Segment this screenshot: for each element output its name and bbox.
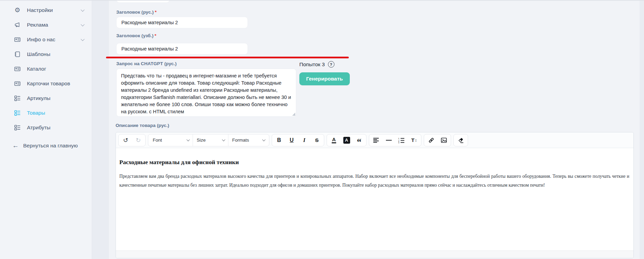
blockquote-button[interactable]: “ [353,135,365,146]
ordered-list-icon: 1 2 3 [398,137,405,143]
generate-button[interactable]: Генерировать [299,72,350,85]
toolbar-group-paragraph: 1 2 3 T↕ [369,134,421,146]
align-left-button[interactable] [370,135,383,146]
title-uz-input[interactable] [116,43,248,55]
horizontal-rule-button[interactable] [383,135,395,146]
size-select[interactable]: Size [193,134,228,146]
line-height-button[interactable]: T↕ [408,135,420,146]
chevron-down-icon [186,138,190,141]
attempts-counter: Попыток 3 ? [299,61,334,68]
chevron-down-icon [81,37,85,41]
blockquote-icon: “ [357,136,362,144]
chevron-down-icon [262,138,266,141]
description-label: Описание товара (рус.) [116,123,169,128]
link-button[interactable] [425,135,437,146]
align-left-icon [373,138,379,143]
svg-text:1: 1 [398,138,400,140]
sidebar-nav: ⚙ Настройки Реклама [0,0,92,135]
gear-icon: ⚙ [14,7,21,14]
required-asterisk: * [154,33,156,38]
toolbar-group-basic: B U I S [272,134,324,146]
sidebar-item-label: Инфо о нас [27,37,55,43]
background-color-icon: A [343,137,350,144]
italic-button[interactable]: I [298,135,311,146]
sidebar-item-label: Карточки товаров [27,81,70,87]
sidebar-item-catalog[interactable]: Каталог [0,61,92,76]
back-link-label: Вернуться на главную [23,143,78,149]
sidebar-item-product-cards[interactable]: Карточки товаров [0,76,92,91]
strikethrough-button[interactable]: S [311,135,323,146]
sidebar-item-about[interactable]: Инфо о нас [0,32,92,47]
toolbar-group-selects: Font Size Formats [148,134,269,146]
horizontal-rule-icon [386,140,392,141]
red-annotation-line [106,57,349,58]
clear-formatting-button[interactable] [454,135,467,146]
attempts-label: Попыток 3 [299,61,325,68]
sidebar-item-articles[interactable]: Артикулы [0,91,92,105]
sidebar-item-label: Шаблоны [27,51,50,57]
help-icon[interactable]: ? [328,61,334,68]
svg-text:3: 3 [398,142,400,143]
ordered-list-button[interactable]: 1 2 3 [395,135,408,146]
background-color-button[interactable]: A [340,135,353,146]
top-divider [0,0,644,1]
undo-icon[interactable]: ↺ [119,135,132,146]
back-arrow-icon: ← [12,142,19,149]
link-icon [428,137,435,144]
sidebar-item-label: Реклама [27,22,48,28]
editor-toolbar: ↺ ↻ Font Size Formats B U I S [116,132,633,148]
toolbar-group-history: ↺ ↻ [118,134,146,146]
underline-button[interactable]: U [285,135,298,146]
toolbar-group-insert [424,134,451,146]
required-asterisk: * [155,10,156,15]
id-card-icon [14,36,21,43]
image-button[interactable] [437,135,450,146]
sidebar-item-label: Артикулы [27,95,50,101]
editor-content-area[interactable]: Расходные материалы для офисной техники … [116,148,633,250]
eraser-icon [458,137,464,144]
chatgpt-prompt-label: Запрос на CHATGPT (рус.) [116,61,177,66]
formats-select[interactable]: Formats [228,134,268,146]
image-icon [440,137,447,144]
sidebar-item-templates[interactable]: Шаблоны [0,47,92,61]
sidebar-item-label: Каталог [27,66,46,72]
sidebar: ⚙ Настройки Реклама [0,0,92,259]
text-color-button[interactable]: A [328,135,340,146]
title-uz-label: Заголовок (узб.)* [116,33,156,38]
font-select[interactable]: Font [149,134,193,146]
title-ru-label: Заголовок (рус.)* [116,10,156,15]
chevron-down-icon [81,22,85,26]
redo-icon[interactable]: ↻ [132,135,145,146]
text-color-icon: A [332,137,336,144]
sidebar-item-products[interactable]: Товары [0,105,92,120]
templates-icon [14,51,21,58]
content-panel: Заголовок (рус.)* Заголовок (узб.)* Запр… [108,0,640,259]
list-icon [14,95,21,102]
id-card-icon [14,66,21,72]
sidebar-item-settings[interactable]: ⚙ Настройки [0,3,92,17]
list-icon [14,124,21,131]
back-to-main-link[interactable]: ← Вернуться на главную [0,142,92,149]
title-ru-input[interactable] [116,17,248,28]
product-description-heading: Расходные материалы для офисной техники [119,159,629,166]
product-description-paragraph: Представляем вам два бренда расходных ма… [119,172,629,190]
megaphone-icon [14,21,21,28]
sidebar-item-label: Товары [27,110,45,116]
editor-status-bar [116,250,633,258]
chevron-down-icon [222,138,225,141]
textarea-resize-handle[interactable] [292,113,295,116]
id-card-icon [14,80,21,87]
chatgpt-prompt-textarea[interactable]: Представь что ты - продавец в интернет-м… [116,69,296,117]
sidebar-item-attributes[interactable]: Атрибуты [0,120,92,135]
line-height-icon: T↕ [411,137,417,143]
sidebar-item-label: Настройки [27,7,53,13]
rich-text-editor: ↺ ↻ Font Size Formats B U I S [116,132,634,258]
toolbar-group-clear [453,134,468,146]
sidebar-item-ads[interactable]: Реклама [0,17,92,32]
chevron-down-icon [81,8,85,11]
toolbar-group-color: A A “ [327,134,366,146]
bold-button[interactable]: B [273,135,285,146]
sidebar-item-label: Атрибуты [27,125,50,131]
list-icon [14,110,21,116]
